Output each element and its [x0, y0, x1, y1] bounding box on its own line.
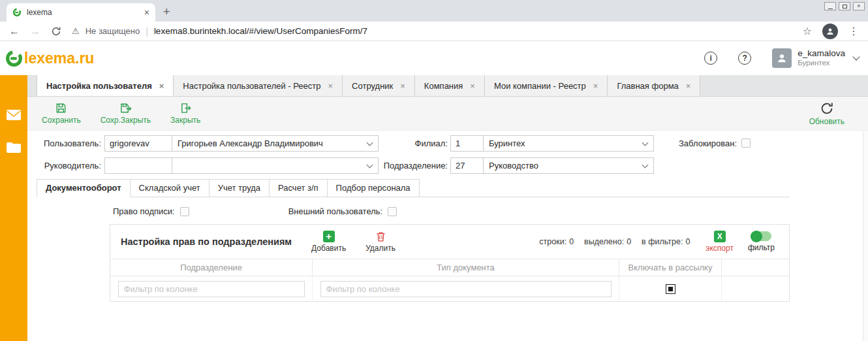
forward-icon[interactable]: → — [30, 26, 40, 37]
branch-name-select[interactable]: Буринтех — [484, 135, 654, 152]
branch-label: Филиал: — [382, 138, 448, 148]
filter-cell-mailing — [619, 276, 722, 301]
close-form-button[interactable]: Закрыть — [170, 102, 200, 125]
tab-my-companies-registry[interactable]: Мои компании - Реестр× — [485, 75, 608, 96]
info-icon[interactable]: i — [704, 52, 717, 65]
department-name-value: Руководство — [489, 161, 538, 170]
department-filter-input[interactable] — [118, 281, 305, 297]
window-controls: × — [824, 2, 865, 10]
export-label: экспорт — [705, 244, 734, 253]
tab-payroll[interactable]: Расчет з/п — [269, 179, 328, 197]
filter-cell-department — [110, 276, 313, 301]
filtered-counter-value: 0 — [685, 237, 690, 246]
user-login-input[interactable] — [104, 135, 172, 152]
tab-document-flow[interactable]: Документооборот — [37, 179, 131, 197]
user-fio-value: Григорьев Александр Владимирович — [178, 138, 323, 148]
tab-company[interactable]: Компания× — [415, 75, 485, 96]
browser-menu-icon[interactable]: ⋮ — [848, 25, 859, 37]
refresh-icon — [820, 101, 834, 116]
tab-close-icon[interactable]: × — [400, 81, 405, 91]
filtered-counter-label: в фильтре: — [642, 237, 683, 246]
folder-icon[interactable] — [6, 142, 22, 154]
tab-close-icon[interactable]: × — [159, 81, 164, 91]
minimize-icon — [828, 8, 833, 9]
filter-cell-doc-type — [313, 276, 619, 301]
save-label: Сохранить — [42, 116, 81, 125]
tab-warehouse[interactable]: Складской учет — [130, 179, 209, 197]
help-icon[interactable]: ? — [738, 52, 751, 65]
sidebar — [0, 75, 27, 341]
tab-employee[interactable]: Сотрудник× — [343, 75, 415, 96]
reload-icon[interactable] — [51, 26, 61, 37]
delete-row-button[interactable]: Удалить — [365, 231, 395, 253]
user-settings-form: Пользователь: Григорьев Александр Владим… — [27, 131, 868, 302]
add-row-button[interactable]: + Добавить — [311, 231, 346, 253]
toggle-switch — [751, 231, 771, 241]
browser-tab[interactable]: lexema × — [7, 3, 155, 22]
omnibox[interactable]: ⚠ Не защищено | lexema8.burintekh.local/… — [72, 26, 792, 37]
department-code-input[interactable] — [450, 157, 484, 174]
sign-right-checkbox[interactable] — [180, 207, 189, 216]
save-close-button[interactable]: Сохр.Закрыть — [101, 102, 151, 125]
tab-label: Сотрудник — [352, 81, 393, 91]
manager-input[interactable] — [104, 157, 172, 174]
app-header: lexema.ru i ? e_kamalova Буринтех — [0, 41, 868, 75]
sign-right-label: Право подписи: — [113, 206, 175, 216]
tab-close-icon[interactable]: × — [593, 81, 598, 91]
tab-close-icon[interactable]: × — [470, 81, 475, 91]
minimize-button[interactable] — [824, 2, 836, 10]
panel-header: Настройка прав по подразделениям + Добав… — [110, 225, 789, 259]
maximize-button[interactable] — [839, 2, 850, 10]
exit-door-icon — [179, 102, 192, 114]
manager-select[interactable] — [172, 157, 379, 174]
lexema-logo: lexema.ru — [5, 50, 94, 67]
grid-counters: строки: 0 выделено: 0 в фильтре: 0 — [539, 237, 690, 246]
chevron-down-icon — [852, 53, 860, 60]
column-header-empty — [722, 259, 789, 276]
manager-label: Руководитель: — [37, 161, 101, 170]
user-menu[interactable]: e_kamalova Буринтех — [772, 48, 859, 68]
rows-counter-value: 0 — [569, 237, 574, 246]
selected-counter-label: выделено: — [584, 237, 624, 246]
rows-counter-label: строки: — [539, 237, 566, 246]
delete-label: Удалить — [365, 244, 395, 253]
save-icon — [55, 102, 67, 114]
flags-row: Право подписи: Внешний пользователь: — [113, 206, 868, 216]
new-tab-button[interactable]: + — [155, 5, 178, 22]
blocked-checkbox[interactable] — [741, 138, 751, 148]
close-window-button[interactable]: × — [853, 2, 865, 10]
bookmark-star-icon[interactable]: ☆ — [803, 25, 812, 37]
external-user-checkbox[interactable] — [388, 207, 397, 216]
form-row-user: Пользователь: Григорьев Александр Владим… — [27, 135, 868, 152]
tab-main-form[interactable]: Главная форма× — [608, 75, 700, 96]
url-text: lexema8.burintekh.local/#/view/UserCompa… — [154, 26, 367, 36]
save-button[interactable]: Сохранить — [42, 102, 81, 125]
tab-recruitment[interactable]: Подбор персонала — [327, 179, 420, 197]
mailing-filter-checkbox[interactable] — [666, 284, 675, 294]
tab-users-registry[interactable]: Настройка пользователей - Реестр× — [174, 75, 343, 96]
browser-tab-close-icon[interactable]: × — [144, 8, 149, 17]
doc-type-filter-input[interactable] — [320, 281, 612, 297]
department-name-select[interactable]: Руководство — [484, 157, 654, 174]
tab-labor[interactable]: Учет труда — [209, 179, 270, 197]
tab-close-icon[interactable]: × — [686, 81, 691, 91]
security-label: Не защищено — [85, 26, 140, 36]
filter-toggle-button[interactable]: фильтр — [748, 231, 775, 252]
back-icon[interactable]: ← — [9, 26, 20, 37]
tab-label: Главная форма — [617, 81, 678, 91]
department-rights-panel: Настройка прав по подразделениям + Добав… — [110, 224, 790, 302]
user-fio-select[interactable]: Григорьев Александр Владимирович — [172, 135, 379, 152]
tab-user-settings[interactable]: Настройка пользователя× — [37, 75, 174, 96]
vertical-scrollbar[interactable] — [863, 131, 868, 341]
tab-label: Компания — [424, 81, 463, 91]
tab-close-icon[interactable]: × — [328, 81, 333, 91]
branch-code-input[interactable] — [450, 135, 484, 152]
logo-text: lexema.ru — [24, 50, 94, 67]
add-label: Добавить — [311, 244, 346, 253]
grid-column-headers: Подразделение Тип документа Включать в р… — [110, 259, 789, 276]
browser-profile-avatar[interactable] — [822, 24, 838, 39]
selected-counter-value: 0 — [627, 237, 631, 246]
export-excel-button[interactable]: X экспорт — [705, 231, 734, 253]
mail-icon[interactable] — [6, 109, 22, 121]
refresh-button[interactable]: Обновить — [809, 101, 845, 126]
